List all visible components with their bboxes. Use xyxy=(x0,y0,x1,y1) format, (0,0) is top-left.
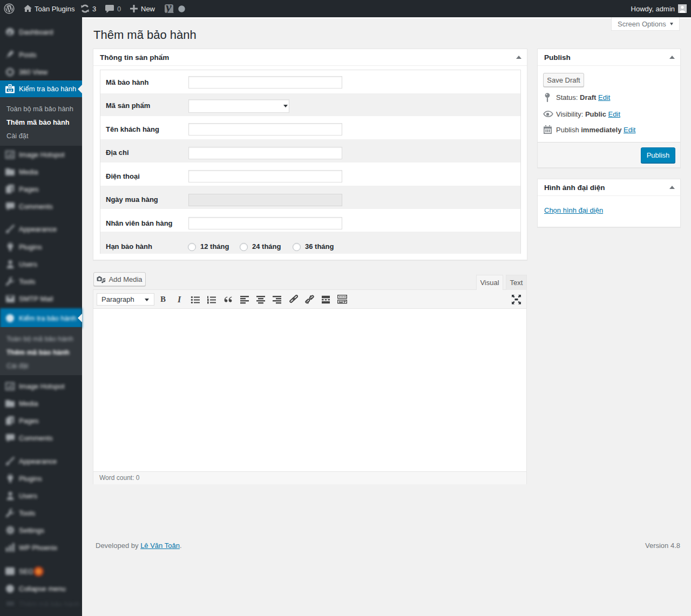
svg-text:y: y xyxy=(164,1,172,14)
